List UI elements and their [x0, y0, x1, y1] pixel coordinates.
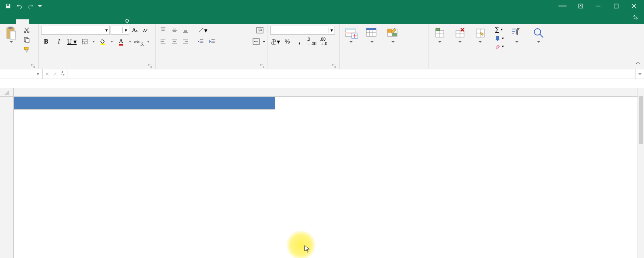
chevron-down-icon: [10, 41, 13, 43]
insert-cells-icon: [433, 27, 446, 40]
svg-rect-10: [10, 31, 16, 39]
conditional-format-button[interactable]: [342, 26, 360, 44]
close-icon[interactable]: [625, 0, 642, 12]
expand-formula-bar-icon[interactable]: [635, 69, 644, 79]
align-left-icon[interactable]: [158, 37, 168, 46]
italic-icon[interactable]: I: [54, 37, 64, 46]
format-table-icon: [366, 27, 378, 40]
fx-icon[interactable]: fx: [61, 71, 65, 77]
bold-icon[interactable]: B: [41, 37, 51, 46]
format-table-button[interactable]: [363, 26, 381, 44]
svg-point-11: [24, 31, 26, 33]
align-top-icon[interactable]: [158, 26, 168, 35]
dialog-launcher-icon[interactable]: [260, 64, 264, 68]
comma-icon[interactable]: ,: [295, 37, 304, 46]
formula-input[interactable]: [67, 69, 635, 79]
copy-icon[interactable]: [22, 35, 31, 44]
underline-icon[interactable]: U ▾: [67, 37, 77, 46]
svg-point-12: [27, 31, 29, 33]
tab-formulas[interactable]: [55, 19, 68, 24]
tab-help[interactable]: [107, 19, 119, 24]
sort-filter-button[interactable]: [508, 26, 526, 44]
tab-view[interactable]: [94, 19, 107, 24]
dialog-launcher-icon[interactable]: [332, 64, 336, 68]
format-cells-button[interactable]: [471, 26, 489, 44]
maximize-icon[interactable]: [608, 0, 625, 12]
align-middle-icon[interactable]: [169, 26, 179, 35]
column-headers[interactable]: [14, 88, 644, 97]
eraser-icon: [495, 44, 500, 49]
ribbon-options-icon[interactable]: [572, 0, 589, 12]
scrollbar-thumb[interactable]: [639, 96, 643, 144]
ribbon-tabs: [0, 12, 644, 24]
enter-formula-icon[interactable]: ✓: [53, 71, 57, 77]
decrease-indent-icon[interactable]: [196, 37, 206, 46]
tab-data[interactable]: [68, 19, 81, 24]
svg-rect-9: [8, 27, 13, 29]
sort-filter-icon: [510, 27, 523, 40]
ribbon: ▾ ▾ A▴ A▾ B I U ▾ ▾ ▾ A ▾ wén文 ▾: [0, 24, 644, 69]
find-select-button[interactable]: [530, 26, 548, 44]
insert-cells-button[interactable]: [431, 26, 449, 44]
cell-styles-button[interactable]: [384, 26, 402, 44]
dialog-launcher-icon[interactable]: [148, 64, 152, 68]
increase-decimal-icon[interactable]: .0←.00: [307, 37, 316, 46]
tab-file[interactable]: [3, 19, 16, 24]
phonetic-icon[interactable]: wén文: [134, 37, 144, 46]
svg-rect-2: [614, 4, 618, 8]
decrease-decimal-icon[interactable]: .00→.0: [319, 37, 328, 46]
select-all-corner[interactable]: [0, 88, 14, 97]
merged-title-cell[interactable]: [14, 97, 275, 110]
undo-icon[interactable]: [15, 1, 24, 11]
row-headers[interactable]: [0, 97, 14, 258]
align-bottom-icon[interactable]: [181, 26, 190, 35]
clear-button[interactable]: ▾: [495, 44, 504, 49]
save-icon[interactable]: [3, 1, 13, 11]
paste-button[interactable]: [2, 26, 20, 44]
minimize-icon[interactable]: [590, 0, 607, 12]
orientation-icon[interactable]: ▾: [198, 26, 207, 35]
number-format-combo[interactable]: ▾: [270, 26, 335, 35]
font-name-combo[interactable]: ▾: [41, 26, 110, 35]
quick-access-toolbar: [0, 1, 46, 11]
increase-indent-icon[interactable]: [207, 37, 217, 46]
fill-button[interactable]: ▾: [495, 35, 504, 41]
login-button[interactable]: [558, 5, 567, 7]
format-painter-icon[interactable]: [22, 45, 31, 54]
dialog-launcher-icon[interactable]: [31, 64, 35, 68]
delete-cells-button[interactable]: [451, 26, 469, 44]
align-right-icon[interactable]: [181, 37, 190, 46]
wrap-text-button[interactable]: [256, 27, 265, 33]
format-cells-icon: [474, 27, 487, 40]
vertical-scrollbar[interactable]: [638, 88, 644, 258]
border-icon[interactable]: [80, 37, 90, 46]
svg-point-6: [634, 16, 636, 17]
sigma-icon: ∑: [495, 26, 499, 33]
qat-dropdown-icon[interactable]: [37, 1, 43, 11]
font-color-icon[interactable]: A: [116, 37, 126, 46]
name-box[interactable]: ▼: [0, 69, 43, 79]
tell-me-search[interactable]: [119, 19, 137, 24]
svg-rect-61: [436, 28, 440, 31]
accounting-format-icon[interactable]: ▾: [270, 37, 280, 46]
font-size-combo[interactable]: ▾: [111, 26, 129, 35]
cancel-formula-icon[interactable]: ✕: [45, 71, 49, 77]
increase-font-icon[interactable]: A▴: [130, 26, 140, 35]
align-center-icon[interactable]: [169, 37, 179, 46]
tab-review[interactable]: [81, 19, 94, 24]
find-icon: [532, 27, 545, 40]
cut-icon[interactable]: [22, 26, 31, 35]
tab-insert[interactable]: [29, 19, 42, 24]
percent-icon[interactable]: %: [282, 37, 292, 46]
collapse-ribbon-icon[interactable]: [635, 60, 642, 67]
cell-area[interactable]: [14, 97, 644, 258]
tab-home[interactable]: [16, 19, 29, 24]
autosum-button[interactable]: ∑ ▾: [495, 26, 504, 33]
merge-center-button[interactable]: ▾: [253, 38, 265, 45]
tab-layout[interactable]: [42, 19, 55, 24]
svg-rect-0: [579, 4, 583, 8]
share-button[interactable]: [633, 15, 640, 20]
decrease-font-icon[interactable]: A▾: [140, 26, 150, 35]
redo-icon[interactable]: [26, 1, 36, 11]
fill-color-icon[interactable]: [98, 37, 108, 46]
